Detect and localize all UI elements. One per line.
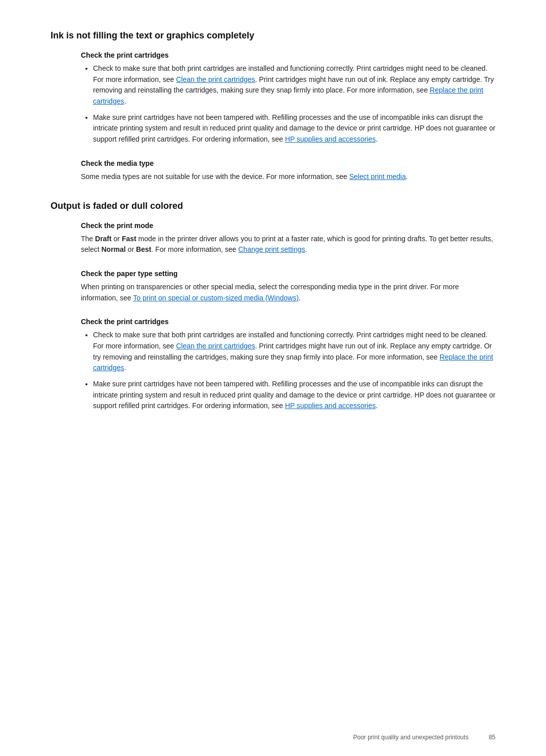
paper-type-heading: Check the paper type setting <box>81 270 495 278</box>
paper-type-text2: . <box>299 294 301 302</box>
print-mode-heading: Check the print mode <box>81 221 495 230</box>
bold-normal: Normal <box>101 245 125 253</box>
list-item: Check to make sure that both print cartr… <box>93 330 495 374</box>
subsection-check-cartridges-2: Check the print cartridges Check to make… <box>81 318 495 412</box>
subsection1-heading: Check the print cartridges <box>81 51 495 59</box>
section1-title: Ink is not filling the text or graphics … <box>51 30 495 41</box>
media-para-text: Some media types are not suitable for us… <box>81 172 349 181</box>
bullet2-text2: . <box>376 135 378 143</box>
subsection2-heading: Check the media type <box>81 159 495 167</box>
list-item: Make sure print cartridges have not been… <box>93 379 495 412</box>
section2-title: Output is faded or dull colored <box>51 201 495 211</box>
select-print-media-link[interactable]: Select print media <box>349 172 406 181</box>
clean-cartridges-link-2[interactable]: Clean the print cartridges <box>176 342 255 350</box>
print-mode-para: The Draft or Fast mode in the printer dr… <box>81 234 495 255</box>
subsection-check-cartridges-1: Check the print cartridges Check to make… <box>81 51 495 145</box>
media-para-text2: . <box>406 172 408 181</box>
footer-text: Poor print quality and unexpected printo… <box>353 734 468 741</box>
page-footer: Poor print quality and unexpected printo… <box>353 734 495 741</box>
print-mode-text5: . For more information, see <box>151 245 238 253</box>
list-item: Check to make sure that both print cartr… <box>93 63 495 107</box>
bold-fast: Fast <box>122 235 136 243</box>
page-number: 85 <box>489 734 495 741</box>
clean-cartridges-link-1[interactable]: Clean the print cartridges <box>176 75 255 83</box>
hp-supplies-link-2[interactable]: HP supplies and accessories <box>285 402 376 410</box>
print-special-media-link[interactable]: To print on special or custom-sized medi… <box>133 294 299 302</box>
paper-type-para: When printing on transparencies or other… <box>81 282 495 303</box>
s2-bullet1-text3: . <box>124 364 126 372</box>
cartridge-check-list-2: Check to make sure that both print cartr… <box>93 330 495 412</box>
print-mode-text4: or <box>126 245 136 253</box>
hp-supplies-link-1[interactable]: HP supplies and accessories <box>285 135 376 143</box>
cartridge-check-list-1: Check to make sure that both print cartr… <box>93 63 495 145</box>
bullet1-text3: . <box>124 97 126 105</box>
section-output-faded: Output is faded or dull colored Check th… <box>51 201 495 412</box>
print-mode-text2: or <box>112 235 122 243</box>
change-print-settings-link[interactable]: Change print settings <box>238 245 305 253</box>
list-item: Make sure print cartridges have not been… <box>93 112 495 145</box>
print-mode-text6: . <box>305 245 307 253</box>
s2-bullet2-text2: . <box>376 402 378 410</box>
subsection-check-paper-type: Check the paper type setting When printi… <box>81 270 495 303</box>
cartridges2-heading: Check the print cartridges <box>81 318 495 326</box>
bold-draft: Draft <box>95 235 112 243</box>
subsection-check-media: Check the media type Some media types ar… <box>81 159 495 183</box>
media-type-para: Some media types are not suitable for us… <box>81 171 495 183</box>
subsection-check-print-mode: Check the print mode The Draft or Fast m… <box>81 221 495 255</box>
section-ink-not-filling: Ink is not filling the text or graphics … <box>51 30 495 183</box>
print-mode-text1: The <box>81 235 95 243</box>
bold-best: Best <box>136 245 151 253</box>
